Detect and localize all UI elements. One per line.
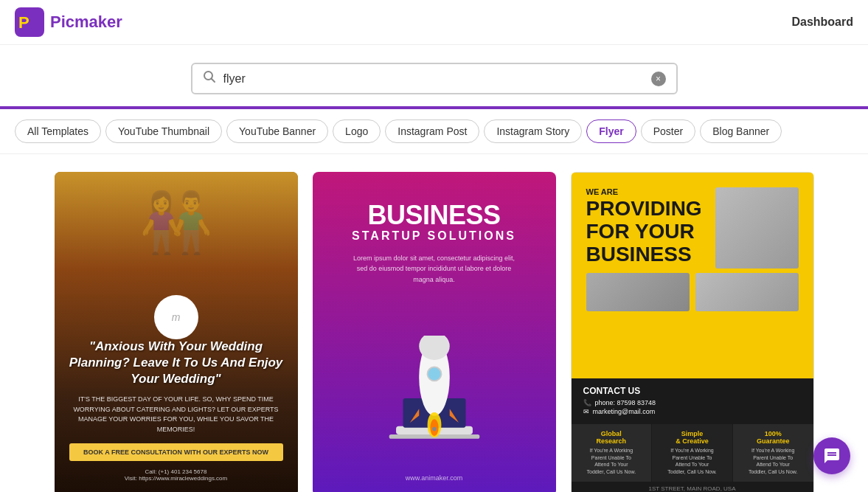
template-card-bizflyer[interactable]: WE ARE PROVIDINGFOR YOURBUSINESS CONTACT… (571, 172, 814, 492)
col-title-2: 100%Guarantee (739, 430, 808, 445)
bizflyer-col-2: 100%Guarantee If You're A WorkingParent … (733, 424, 813, 482)
business-desc: Lorem ipsum dolor sit amet, consectetur … (353, 253, 515, 285)
col-text-0: If You're A WorkingParent Unable ToAtten… (577, 447, 646, 476)
tab-instagram-story[interactable]: Instagram Story (484, 119, 582, 143)
contact-title: CONTACT US (583, 386, 802, 396)
office-photo-1 (715, 187, 799, 268)
chat-bubble-button[interactable] (813, 437, 850, 474)
wedding-url: Visit: https://www.miracleweddings.com (69, 475, 283, 482)
rocket-area (327, 299, 541, 468)
business-subtitle: STARTUP SOLUTIONS (352, 229, 516, 243)
col-text-1: If You're A WorkingParent Unable ToAtten… (658, 447, 726, 476)
wedding-card-content: "Anxious With Your Wedding Planning? Lea… (69, 339, 283, 482)
phone-icon: 📞 (583, 399, 591, 406)
bizflyer-contact: CONTACT US 📞 phone: 87598 83748 ✉ market… (572, 378, 813, 424)
svg-point-14 (432, 427, 437, 432)
office-imgs-bottom (586, 273, 799, 311)
col-title-1: Simple& Creative (658, 430, 726, 445)
bizflyer-providing: PROVIDINGFOR YOURBUSINESS (586, 198, 711, 266)
monogram-letter: m (172, 311, 181, 323)
logo-area: P Picmaker (15, 7, 122, 37)
search-icon (203, 70, 216, 87)
tab-youtube-banner[interactable]: YouTube Banner (226, 119, 328, 143)
business-title-line1: BUSINESS (367, 201, 500, 229)
clear-search-button[interactable]: × (651, 72, 666, 86)
contact-email: marketing@mail.com (593, 408, 656, 415)
search-input[interactable] (223, 72, 651, 86)
tab-youtube-thumbnail[interactable]: YouTube Thumbnail (105, 119, 222, 143)
tab-blog-banner[interactable]: Blog Banner (700, 119, 782, 143)
bizflyer-top: WE ARE PROVIDINGFOR YOURBUSINESS (572, 173, 813, 378)
bizflyer-headline-area: WE ARE PROVIDINGFOR YOURBUSINESS (586, 187, 711, 268)
tab-poster[interactable]: Poster (641, 119, 695, 143)
template-card-business[interactable]: BUSINESS STARTUP SOLUTIONS Lorem ipsum d… (313, 172, 556, 492)
bizflyer-columns: GlobalResearch If You're A WorkingParent… (572, 424, 813, 482)
search-area: × (0, 45, 868, 109)
bizflyer-col-1: Simple& Creative If You're A WorkingPare… (652, 424, 732, 482)
rocket-icon (386, 336, 482, 461)
wedding-contact: Call: (+1) 401 234 5678 Visit: https://w… (69, 468, 283, 482)
monogram-badge: m (154, 295, 198, 339)
contact-phone: phone: 87598 83748 (595, 399, 656, 406)
wedding-main-text: "Anxious With Your Wedding Planning? Lea… (69, 339, 283, 387)
svg-line-3 (211, 79, 215, 83)
wedding-sub-text: IT'S THE BIGGEST DAY OF YOUR LIFE. SO, W… (69, 395, 283, 434)
svg-point-9 (427, 367, 441, 381)
office-photo-2 (586, 273, 690, 311)
col-text-2: If You're A WorkingParent Unable ToAtten… (739, 447, 808, 476)
chat-icon (823, 447, 841, 465)
tab-all-templates[interactable]: All Templates (15, 119, 101, 143)
tab-flyer[interactable]: Flyer (586, 119, 636, 143)
bizflyer-photos (715, 187, 799, 268)
office-photo-3 (695, 273, 799, 311)
col-title-0: GlobalResearch (577, 430, 646, 445)
bizflyer-we-are: WE ARE (586, 187, 711, 196)
wedding-phone: Call: (+1) 401 234 5678 (69, 468, 283, 475)
business-footer-logo: www.animaker.com (406, 474, 463, 482)
picmaker-logo-icon: P (15, 7, 44, 37)
dashboard-link[interactable]: Dashboard (791, 15, 853, 29)
template-card-wedding[interactable]: 👫 m "Anxious With Your Wedding Planning?… (55, 172, 298, 492)
bizflyer-col-0: GlobalResearch If You're A WorkingParent… (572, 424, 652, 482)
wedding-cta-button[interactable]: BOOK A FREE CONSULTATION WITH OUR EXPERT… (69, 443, 283, 461)
filter-tabs: All Templates YouTube Thumbnail YouTube … (0, 109, 868, 154)
email-icon: ✉ (583, 408, 589, 415)
logo-text: Picmaker (50, 13, 122, 32)
contact-phone-line: 📞 phone: 87598 83748 (583, 399, 802, 406)
bizflyer-address: 1ST STREET, MAIN ROAD, USA (572, 482, 813, 492)
svg-text:P: P (18, 13, 29, 32)
contact-email-line: ✉ marketing@mail.com (583, 408, 802, 415)
template-grid: 👫 m "Anxious With Your Wedding Planning?… (0, 154, 868, 492)
search-container: × (191, 63, 678, 94)
header: P Picmaker Dashboard (0, 0, 868, 45)
tab-instagram-post[interactable]: Instagram Post (385, 119, 479, 143)
tab-logo[interactable]: Logo (333, 119, 381, 143)
